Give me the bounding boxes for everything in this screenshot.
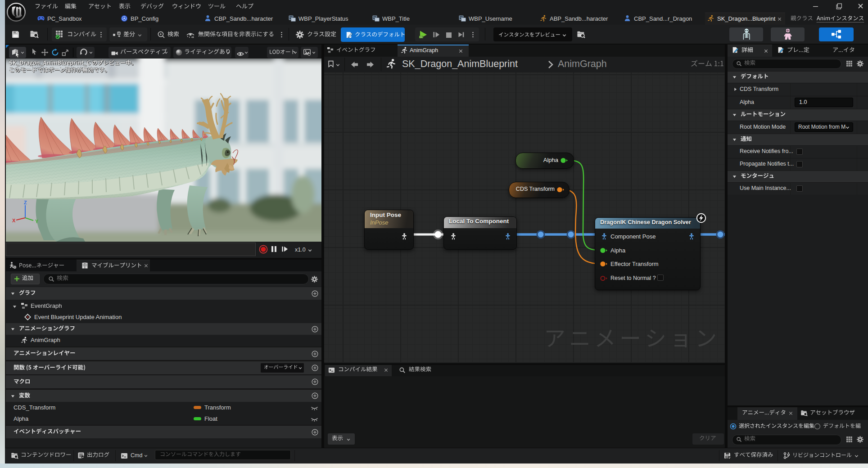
- svg-text:Y: Y: [35, 219, 39, 224]
- svg-text:Z: Z: [24, 200, 27, 205]
- svg-text:X: X: [12, 218, 16, 223]
